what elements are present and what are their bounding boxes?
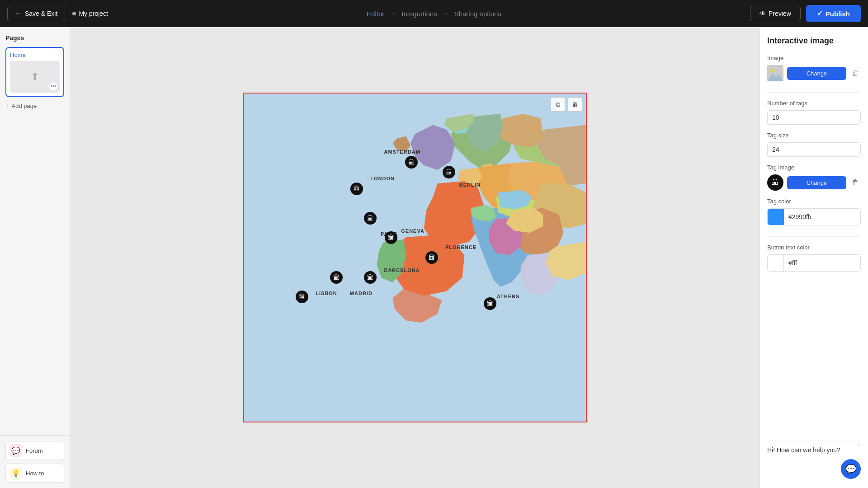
add-page-label: Add page <box>12 103 37 109</box>
canvas-controls: ⧉ 🗑 <box>551 97 582 112</box>
save-exit-label: Save & Exit <box>25 10 57 17</box>
home-page-label: Home <box>10 52 60 58</box>
howto-tool[interactable]: 💡 How to <box>5 464 64 483</box>
num-tags-section: Number of tags <box>767 100 861 125</box>
howto-label: How to <box>26 470 44 477</box>
howto-icon: 💡 <box>9 467 22 479</box>
main-layout: Pages Home ⬆ ••• + Add page 💬 Forum 💡 Ho… <box>0 27 868 488</box>
back-arrow-icon: ← <box>15 10 21 17</box>
nav-right-actions: 👁 Preview ✓ Publish <box>750 5 861 22</box>
chat-fab-button[interactable]: 💬 <box>841 459 861 479</box>
page-thumbnail: ⬆ ••• <box>10 61 60 93</box>
chat-minimize-button[interactable]: − <box>857 441 861 449</box>
step-integrations[interactable]: Integrations <box>401 10 437 18</box>
tag-image-label: Tag image <box>767 164 861 171</box>
tag-color-row <box>767 208 861 225</box>
page-options-button[interactable]: ••• <box>49 82 58 91</box>
divider-2 <box>767 236 861 237</box>
image-section: Image Change 🗑 <box>767 55 861 81</box>
save-exit-button[interactable]: ← Save & Exit <box>7 6 65 21</box>
delete-canvas-button[interactable]: 🗑 <box>568 97 582 112</box>
publish-button[interactable]: ✓ Publish <box>806 5 861 22</box>
tag-image-row: 🏛 Change 🗑 <box>767 174 861 191</box>
delete-tag-image-button[interactable]: 🗑 <box>850 177 861 188</box>
add-page-button[interactable]: + Add page <box>5 101 64 111</box>
change-tag-image-button[interactable]: Change <box>787 176 846 189</box>
check-icon: ✓ <box>817 9 823 18</box>
divider-1 <box>767 92 861 93</box>
num-tags-label: Number of tags <box>767 100 861 107</box>
eye-icon: 👁 <box>760 10 766 17</box>
forum-icon: 💬 <box>9 444 22 457</box>
sidebar-bottom: 💬 Forum 💡 How to <box>0 435 70 488</box>
right-panel: Interactive image Image Change 🗑 Number … <box>760 27 868 488</box>
sidebar-top: Pages Home ⬆ ••• + Add page <box>0 27 70 435</box>
tag-image-section: Tag image 🏛 Change 🗑 <box>767 164 861 191</box>
duplicate-canvas-button[interactable]: ⧉ <box>551 97 565 112</box>
top-nav: ← Save & Exit My project Editor → Integr… <box>0 0 868 27</box>
canvas-frame[interactable]: ⧉ 🗑 <box>243 93 587 422</box>
image-thumbnail <box>767 65 783 81</box>
image-label: Image <box>767 55 861 61</box>
publish-label: Publish <box>826 10 850 18</box>
image-row: Change 🗑 <box>767 65 861 81</box>
step-sharing[interactable]: Sharing options <box>454 10 501 18</box>
panel-title: Interactive image <box>767 36 861 46</box>
step-editor[interactable]: Editor <box>367 10 384 18</box>
forum-tool[interactable]: 💬 Forum <box>5 441 64 460</box>
change-image-button[interactable]: Change <box>787 67 846 80</box>
chat-text: Hi! How can we help you? <box>767 446 861 454</box>
sidebar: Pages Home ⬆ ••• + Add page 💬 Forum 💡 Ho… <box>0 27 70 488</box>
tag-color-input[interactable] <box>784 210 861 224</box>
pages-title: Pages <box>5 34 64 42</box>
europe-map <box>244 94 586 422</box>
project-name: My project <box>72 10 108 17</box>
num-tags-input[interactable] <box>767 110 861 125</box>
tag-size-label: Tag size <box>767 132 861 139</box>
preview-button[interactable]: 👁 Preview <box>750 6 801 21</box>
delete-image-button[interactable]: 🗑 <box>850 67 861 79</box>
canvas-area: ⧉ 🗑 <box>70 27 760 488</box>
btn-text-color-section: Button text color <box>767 244 861 272</box>
btn-text-color-row <box>767 254 861 272</box>
project-dot <box>72 12 76 15</box>
preview-label: Preview <box>769 10 791 17</box>
nav-steps: Editor → Integrations → Sharing options <box>367 10 501 18</box>
tag-color-swatch[interactable] <box>768 209 784 225</box>
btn-text-color-label: Button text color <box>767 244 861 251</box>
forum-label: Forum <box>26 447 43 454</box>
plus-icon: + <box>5 103 9 109</box>
tag-size-input[interactable] <box>767 142 861 157</box>
btn-text-color-input[interactable] <box>784 256 861 270</box>
page-thumb-upload-icon: ⬆ <box>31 71 39 83</box>
btn-text-color-swatch[interactable] <box>768 255 784 271</box>
arrow-1: → <box>390 10 396 17</box>
chat-fab-icon: 💬 <box>845 464 857 474</box>
home-page-card[interactable]: Home ⬆ ••• <box>5 47 64 97</box>
tag-image-icon: 🏛 <box>767 174 783 191</box>
arrow-2: → <box>443 10 449 17</box>
tag-color-label: Tag color <box>767 198 861 205</box>
chat-area: − Hi! How can we help you? 💬 <box>767 441 861 479</box>
tag-size-section: Tag size <box>767 132 861 157</box>
svg-point-30 <box>770 69 774 72</box>
tag-color-section: Tag color <box>767 198 861 225</box>
